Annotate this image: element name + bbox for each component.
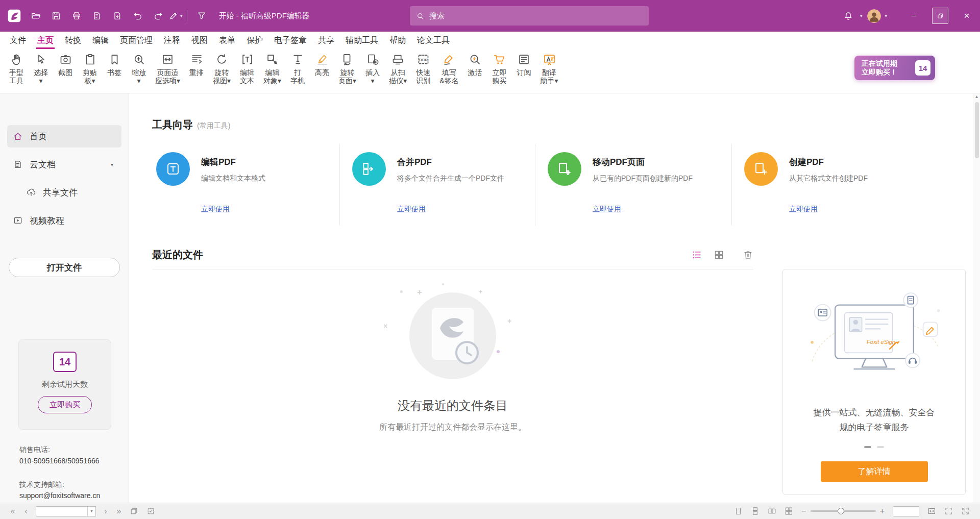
export-pdf-icon[interactable]: [92, 11, 102, 21]
list-view-icon[interactable]: [692, 250, 702, 260]
tool-card-move-pdf[interactable]: 移动PDF页面从已有的PDF页面创建新的PDF立即使用: [535, 144, 731, 226]
ribbon-tool-insert-page[interactable]: 插入▾: [360, 53, 385, 85]
convert-pdf-icon[interactable]: [112, 11, 122, 21]
zoom-slider[interactable]: [811, 510, 876, 512]
page-number-box[interactable]: ▾: [36, 506, 96, 516]
support-email-link[interactable]: support@foxitsoftware.cn: [19, 490, 129, 501]
menu-tab-4[interactable]: 编辑: [87, 32, 114, 49]
minimize-button[interactable]: [900, 0, 927, 32]
use-now-link[interactable]: 立即使用: [397, 205, 504, 214]
page-number-field[interactable]: [36, 507, 87, 516]
ribbon-tool-translate[interactable]: 翻译助手▾: [536, 53, 562, 85]
sidebar-item-shared-file[interactable]: 共享文件: [7, 181, 121, 204]
menu-tab-9[interactable]: 保护: [241, 32, 268, 49]
ribbon-tool-typewriter[interactable]: 打字机: [285, 53, 310, 85]
ribbon-tool-fill-sign[interactable]: 填写&签名: [435, 53, 462, 85]
clear-recent-icon[interactable]: [743, 250, 753, 260]
close-button[interactable]: ×: [953, 0, 980, 32]
ribbon-tool-subscribe[interactable]: 订阅: [512, 53, 536, 77]
ribbon-tool-hand-tool[interactable]: 手型工具: [4, 53, 29, 85]
menu-tab-6[interactable]: 注释: [158, 32, 186, 49]
first-page-button[interactable]: «: [6, 507, 19, 516]
menu-tab-12[interactable]: 辅助工具: [340, 32, 384, 49]
learn-more-button[interactable]: 了解详情: [821, 461, 928, 482]
fullscreen-icon[interactable]: [961, 507, 970, 515]
menu-tab-2[interactable]: 主页: [32, 32, 59, 49]
sidebar-item-home[interactable]: 首页: [7, 125, 121, 147]
search-box[interactable]: 搜索: [410, 6, 649, 26]
facing-view-icon[interactable]: [768, 507, 776, 515]
ribbon-tool-scanner[interactable]: 从扫描仪▾: [385, 53, 411, 85]
page-dropdown-icon[interactable]: ▾: [87, 507, 95, 516]
redo-icon[interactable]: [153, 11, 163, 21]
fit-page-icon[interactable]: [944, 507, 953, 515]
scroll-up-icon[interactable]: ▲: [973, 94, 980, 99]
zoom-level-field[interactable]: [893, 507, 919, 516]
customize-toolbar-icon[interactable]: [197, 11, 207, 21]
menu-tab-5[interactable]: 页面管理: [114, 32, 158, 49]
carousel-dot-2[interactable]: [877, 446, 884, 448]
menu-tab-14[interactable]: 论文工具: [411, 32, 455, 49]
use-now-link[interactable]: 立即使用: [789, 205, 868, 214]
ribbon-tool-rotate-page[interactable]: 旋转页面▾: [334, 53, 360, 85]
menu-tab-8[interactable]: 表单: [213, 32, 241, 49]
ribbon-tool-fit-options[interactable]: 页面适应选项▾: [151, 53, 184, 85]
previous-page-button[interactable]: ‹: [19, 507, 33, 516]
menu-tab-7[interactable]: 视图: [186, 32, 213, 49]
tool-card-merge-pdf[interactable]: 合并PDF将多个文件合并生成一个PDF文件立即使用: [339, 144, 535, 226]
carousel-dot-1[interactable]: [864, 446, 871, 448]
restore-button[interactable]: [927, 0, 953, 32]
zoom-in-button[interactable]: +: [880, 507, 885, 516]
expand-chevron-icon[interactable]: ▾: [111, 162, 113, 167]
ribbon-tool-bookmark[interactable]: 书签: [102, 53, 127, 77]
esign-quick-tool[interactable]: ▾: [168, 11, 183, 21]
buy-now-button[interactable]: 立即购买: [38, 396, 92, 413]
zoom-slider-handle[interactable]: [838, 508, 844, 514]
ribbon-tool-edit-text[interactable]: 编辑文本: [235, 53, 259, 85]
fit-width-icon[interactable]: [927, 507, 936, 515]
facing-continuous-view-icon[interactable]: [785, 507, 793, 515]
ribbon-tool-activate[interactable]: 激活: [463, 53, 487, 77]
trial-badge[interactable]: 正在试用期 立即购买！ 14: [854, 56, 935, 80]
open-file-button[interactable]: 打开文件: [9, 258, 120, 277]
last-page-button[interactable]: »: [112, 507, 126, 516]
ribbon-tool-clipboard[interactable]: 剪贴板▾: [78, 53, 102, 85]
print-icon[interactable]: [71, 11, 82, 21]
menu-tab-11[interactable]: 共享: [312, 32, 340, 49]
tool-card-create-pdf[interactable]: 创建PDF从其它格式文件创建PDF立即使用: [731, 144, 957, 226]
ribbon-tool-zoom[interactable]: 缩放▾: [127, 53, 151, 85]
use-now-link[interactable]: 立即使用: [201, 205, 265, 214]
menu-tab-1[interactable]: 文件: [4, 32, 32, 49]
use-now-link[interactable]: 立即使用: [593, 205, 693, 214]
grid-view-icon[interactable]: [714, 250, 724, 260]
next-page-button[interactable]: ›: [99, 507, 112, 516]
menu-tab-13[interactable]: 帮助: [384, 32, 411, 49]
menu-tab-3[interactable]: 转换: [59, 32, 87, 49]
ribbon-tool-edit-object[interactable]: 编辑对象▾: [259, 53, 285, 85]
ribbon-tool-reflow[interactable]: 重排: [184, 53, 209, 77]
marquee-snapshot-icon[interactable]: [146, 507, 155, 515]
ribbon-tool-ocr[interactable]: OCR快速识别: [411, 53, 435, 85]
tool-card-edit-pdf[interactable]: 编辑PDF编辑文档和文本格式立即使用: [152, 144, 339, 226]
open-file-icon[interactable]: [31, 11, 41, 21]
scrollbar-thumb[interactable]: [975, 102, 979, 158]
zoom-level-box[interactable]: [893, 506, 919, 516]
user-avatar[interactable]: [867, 9, 881, 23]
zoom-out-button[interactable]: −: [801, 507, 806, 516]
vertical-scrollbar[interactable]: ▲: [973, 93, 980, 503]
single-page-view-icon[interactable]: [734, 507, 743, 515]
ribbon-tool-highlight[interactable]: 高亮: [310, 53, 334, 77]
undo-icon[interactable]: [133, 11, 143, 21]
sidebar-item-cloud-doc[interactable]: 云文档▾: [7, 153, 121, 176]
save-icon[interactable]: [51, 11, 61, 21]
ribbon-tool-select-tool[interactable]: 选择▾: [29, 53, 53, 85]
account-menu-chevron-icon[interactable]: ▾: [885, 13, 887, 18]
ribbon-tool-rotate-view[interactable]: 旋转视图▾: [209, 53, 235, 85]
menu-tab-10[interactable]: 电子签章: [268, 32, 312, 49]
ribbon-tool-cart[interactable]: 立即购买: [487, 53, 512, 85]
select-snapshot-icon[interactable]: [130, 507, 138, 515]
chevron-down-icon[interactable]: ▾: [860, 13, 863, 18]
ribbon-tool-screenshot[interactable]: 截图: [53, 53, 78, 77]
notifications-bell-icon[interactable]: [843, 11, 853, 21]
continuous-view-icon[interactable]: [751, 507, 760, 515]
